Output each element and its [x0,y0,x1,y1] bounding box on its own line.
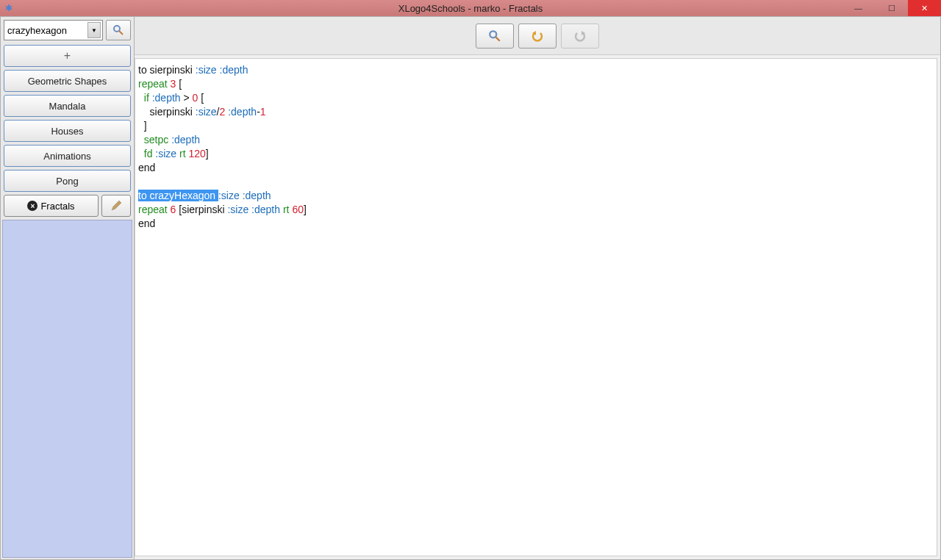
main-toolbar [135,17,940,55]
svg-point-3 [490,31,496,37]
search-button[interactable] [106,20,131,40]
window-titlebar: ✱ XLogo4Schools - marko - Fractals — ☐ ✕ [0,0,941,16]
sidebar: crazyhexagon ▼ + Geometric Shapes Mandal… [1,17,135,559]
magnifier-icon [112,24,124,36]
code-editor[interactable]: to sierpinski :size :depth repeat 3 [ if… [135,58,937,556]
main-area: to sierpinski :size :depth repeat 3 [ if… [135,17,940,559]
minimize-button[interactable]: — [842,0,875,16]
category-fractals[interactable]: × Fractals [4,195,99,217]
window-title: XLogo4Schools - marko - Fractals [398,3,543,14]
redo-button[interactable] [561,24,599,49]
svg-point-0 [114,26,120,32]
category-mandala[interactable]: Mandala [4,95,131,117]
undo-icon [531,29,544,43]
redo-icon [573,29,587,43]
close-button[interactable]: ✕ [908,0,941,16]
edit-button[interactable] [101,195,131,217]
fractals-label: Fractals [40,201,74,212]
maximize-button[interactable]: ☐ [875,0,908,16]
dropdown-arrow-icon[interactable]: ▼ [87,22,101,38]
procedure-select-value: crazyhexagon [7,25,67,36]
category-geometric-shapes[interactable]: Geometric Shapes [4,70,131,92]
svg-marker-2 [112,201,121,210]
window-controls: — ☐ ✕ [842,0,941,16]
magnifier-icon [488,29,501,43]
category-houses[interactable]: Houses [4,120,131,142]
svg-line-1 [119,31,123,35]
sidebar-empty-area [2,220,132,558]
pencil-icon [110,200,122,212]
procedure-select[interactable]: crazyhexagon ▼ [4,20,103,40]
find-button[interactable] [476,24,514,49]
svg-line-4 [495,37,500,41]
undo-button[interactable] [518,24,557,49]
close-circle-icon: × [27,201,37,211]
category-pong[interactable]: Pong [4,170,131,192]
app-icon: ✱ [3,2,15,14]
add-button[interactable]: + [4,45,131,67]
category-animations[interactable]: Animations [4,145,131,167]
